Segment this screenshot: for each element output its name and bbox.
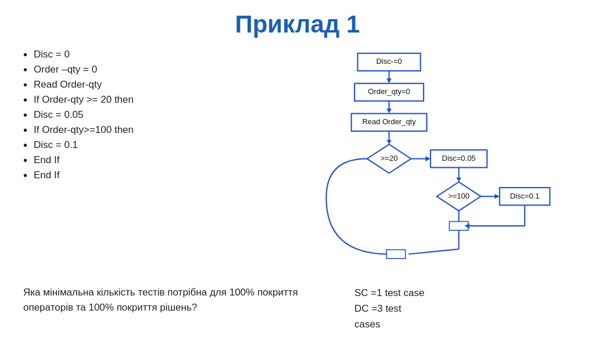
bullet-item: End If — [23, 153, 244, 168]
result-text: SC =1 test case DC =3 test cases — [354, 285, 424, 333]
svg-marker-11 — [425, 156, 431, 161]
diamond-20: >=20 — [381, 154, 398, 163]
bullet-list: Disc = 0Order –qty = 0Read Order-qtyIf O… — [23, 47, 244, 183]
svg-line-27 — [408, 249, 458, 254]
bullet-item: Read Order-qty — [23, 77, 244, 92]
svg-marker-17 — [494, 194, 500, 199]
svg-rect-28 — [386, 250, 405, 258]
bottom-section: Яка мінімальна кількість тестів потрібна… — [0, 279, 595, 333]
left-panel: Disc = 0Order –qty = 0Read Order-qtyIf O… — [23, 44, 244, 279]
bullet-item: Order –qty = 0 — [23, 62, 244, 77]
bullet-item: If Order-qty >= 20 then — [23, 92, 244, 107]
svg-marker-5 — [386, 109, 392, 114]
diamond-100: >=100 — [448, 192, 469, 200]
box-orderqty0: Order_qty=0 — [368, 87, 410, 96]
box-disc0: Disc-=0 — [376, 57, 402, 66]
box-read: Read Order_qty — [362, 117, 416, 126]
bullet-item: If Order-qty>=100 then — [23, 122, 244, 138]
box-disc01: Disc=0.1 — [510, 192, 540, 200]
question-text: Яка мінімальна кількість тестів потрібна… — [23, 285, 331, 315]
bullet-item: Disc = 0.1 — [23, 138, 244, 153]
page-title: Приклад 1 — [0, 0, 595, 44]
flowchart-area: .fc-box { fill: white; stroke: #2255cc; … — [244, 47, 572, 279]
bullet-item: End If — [23, 168, 244, 183]
bullet-item: Disc = 0 — [23, 47, 244, 62]
svg-marker-2 — [386, 78, 392, 84]
box-disc005: Disc=0.05 — [442, 154, 476, 163]
bullet-item: Disc = 0.05 — [23, 107, 244, 122]
